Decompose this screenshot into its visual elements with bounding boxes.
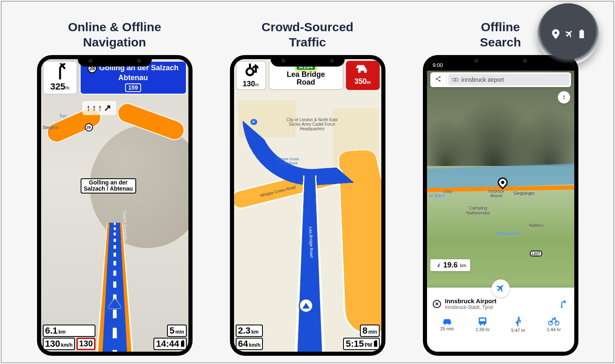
status-time: 9:00 [433, 62, 443, 68]
heading-search: Offline Search [480, 14, 521, 55]
place-sieglanger: Sieglanger [513, 191, 535, 196]
turn-distance-card: 325m [43, 61, 77, 94]
poi-roundabout: Whipps Cross Roundabout [259, 157, 316, 165]
category-icon [452, 77, 459, 82]
map-sign-label: Golling an der Salzach / Abtenau [81, 178, 136, 194]
result-title: Innsbruck Airport [445, 297, 555, 304]
bus-icon [478, 317, 487, 326]
place-natters: Natters [529, 223, 543, 228]
status-highlight-bubble [537, 3, 599, 65]
current-position-marker [299, 298, 313, 313]
eta-remaining: 5min [167, 325, 187, 337]
road-label-autobahn: Tauern Autobahn [122, 211, 128, 242]
mode-bus[interactable]: 1:39 hr [470, 317, 495, 333]
river-nattbach: Nattererbach [495, 231, 522, 236]
traffic-jam-icon [354, 62, 371, 76]
svg-rect-3 [579, 30, 584, 38]
road-l227: L227 [530, 251, 543, 256]
current-position-arrow [108, 298, 121, 308]
traffic-alert-card[interactable]: 350m [346, 61, 380, 90]
poi-cadet: City of London & North East Sector Army … [283, 117, 341, 131]
svg-rect-14 [480, 319, 485, 321]
exit-number-icon: 159 [125, 83, 141, 92]
battery-full-icon [579, 30, 585, 39]
roundabout-exit-icon [244, 62, 258, 78]
transport-modes: 25 min 1:39 hr 5:47 hr 1:44 hr [427, 313, 574, 336]
map-badge-28: 28 [85, 123, 93, 131]
result-subtitle: Innsbruck-Stadt, Tyrol [445, 304, 555, 310]
directions-icon[interactable] [559, 299, 569, 309]
eta-remaining-2: 8min [360, 325, 380, 337]
compass-button[interactable] [558, 91, 570, 104]
mode-walk[interactable]: 5:47 hr [506, 317, 531, 333]
turn-card: 130m [236, 61, 266, 90]
location-pin-icon [552, 29, 560, 39]
phone-traffic: Whipps Cross Road Lea Bridge Road City o… [230, 55, 385, 356]
phone-navigation: Tauern Autobahn Steghof Torr 28 Golling … [37, 55, 193, 356]
place-camping: Camping Natterersee [466, 205, 490, 215]
pin-label: Innbruck Airport [489, 189, 504, 198]
search-input[interactable]: innsbruck airport [448, 74, 569, 85]
place-steghof: Steghof [43, 125, 58, 130]
close-result-icon[interactable]: ✕ [433, 300, 441, 308]
current-speed-2: 64km/h [236, 338, 263, 350]
svg-point-15 [480, 324, 482, 325]
river-inn: Inn [457, 168, 463, 173]
nav-arrow-icon [434, 262, 441, 269]
svg-point-12 [448, 323, 450, 325]
arrival-time: 14:44 [153, 338, 186, 350]
svg-point-11 [444, 323, 446, 325]
car-icon [442, 317, 453, 325]
phone-search: Inn Völs Sieglanger Camping Natterersee … [423, 55, 578, 356]
svg-point-10 [561, 306, 562, 308]
mode-bike[interactable]: 1:44 hr [541, 317, 566, 333]
remaining-distance-2: 2.3km [236, 325, 263, 337]
parking-icon: P [251, 119, 257, 125]
svg-point-0 [246, 68, 253, 75]
airplane-mode-icon [565, 30, 574, 39]
bike-icon [548, 317, 559, 326]
distance-chip[interactable]: 19.6km [430, 259, 471, 271]
battery-icon [374, 341, 377, 347]
place-torr: Torr [59, 113, 67, 118]
road-lea: Lea Bridge Road [308, 227, 314, 258]
svg-point-9 [455, 78, 458, 81]
turn-arrow-icon [53, 63, 67, 80]
arrival-time-2: 5:15PM [343, 338, 379, 350]
remaining-distance: 6.1km [43, 325, 95, 337]
map-view-2[interactable]: Whipps Cross Road Lea Bridge Road City o… [234, 59, 381, 352]
lane-guidance: ↑↑↑↗ [82, 101, 116, 115]
walk-icon [515, 317, 522, 327]
search-bar[interactable]: innsbruck airport [430, 72, 571, 87]
svg-point-20 [554, 317, 556, 319]
battery-icon [181, 341, 184, 347]
current-speed: 130km/h [43, 338, 75, 350]
share-icon[interactable] [430, 76, 447, 84]
mode-car[interactable]: 25 min [435, 317, 460, 333]
svg-rect-4 [580, 30, 582, 30]
svg-point-16 [484, 324, 485, 325]
category-airport-icon[interactable] [492, 279, 510, 297]
svg-point-1 [358, 70, 360, 73]
result-sheet[interactable]: ✕ Innsbruck Airport Innsbruck-Stadt, Tyr… [427, 288, 574, 352]
svg-point-2 [364, 70, 367, 73]
heading-navigation: Online & Offline Navigation [68, 14, 161, 55]
heading-traffic: Crowd-Sourced Traffic [262, 14, 353, 55]
river-erbach: er Bach [429, 193, 445, 198]
